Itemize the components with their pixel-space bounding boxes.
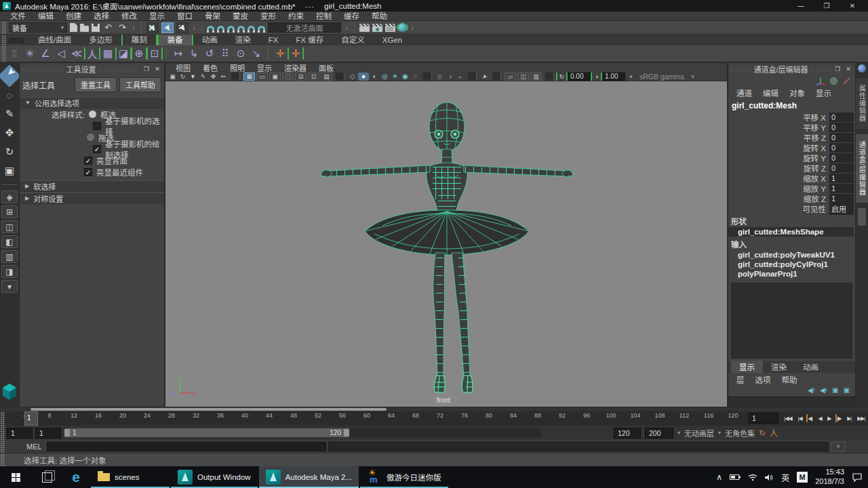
- auto-keyframe-icon[interactable]: ↻: [759, 428, 766, 438]
- four-pane-layout-button[interactable]: ⊞: [1, 205, 18, 218]
- menu-item[interactable]: 修改: [115, 12, 143, 21]
- menu-item[interactable]: 文件: [4, 12, 32, 21]
- attribute-label[interactable]: 平移 Z: [728, 132, 829, 143]
- layer-move-down-icon[interactable]: ◀¹: [820, 386, 827, 394]
- attribute-value-field[interactable]: 1: [829, 184, 854, 193]
- connection-editor-icon[interactable]: ✛: [289, 47, 302, 60]
- viewport-menu-item[interactable]: 视图: [170, 62, 197, 73]
- go-to-start-button[interactable]: |◀◀: [784, 415, 791, 422]
- shelf-separator[interactable]: [166, 47, 167, 60]
- copy-skin-weights-icon[interactable]: ◪: [117, 47, 130, 60]
- speaker-icon[interactable]: [765, 474, 774, 481]
- scale-constraint-icon[interactable]: ⠿: [218, 47, 232, 60]
- collapse-chevron-icon[interactable]: ›: [131, 22, 136, 33]
- layer-editor-menu-item[interactable]: 帮助: [776, 374, 803, 385]
- colorspace-label[interactable]: sRGB gamma: [637, 73, 687, 81]
- layer-editor-menu-item[interactable]: 层: [731, 374, 750, 385]
- open-scene-button[interactable]: [80, 26, 89, 32]
- attribute-label[interactable]: 旋转 Z: [728, 163, 829, 174]
- colorspace-arrow-icon[interactable]: ▾: [688, 73, 697, 81]
- snapshot-icon[interactable]: ▱: [505, 73, 516, 81]
- new-scene-button[interactable]: [70, 23, 77, 32]
- attribute-value-field[interactable]: 1: [829, 194, 854, 203]
- drag-handle[interactable]: [1, 45, 6, 62]
- contrast-icon[interactable]: ◑: [592, 73, 601, 81]
- make-live-button[interactable]: [258, 26, 265, 33]
- collapse-chevron-icon[interactable]: ›: [410, 22, 415, 33]
- task-view-button[interactable]: [31, 466, 62, 488]
- chevron-down-icon[interactable]: ▾: [718, 430, 721, 436]
- command-language-label[interactable]: MEL: [26, 443, 47, 451]
- clock[interactable]: 15:43 2018/7/3: [815, 468, 844, 487]
- pane-toggle-icon[interactable]: ◫: [517, 73, 529, 81]
- undo-button[interactable]: ↶: [102, 22, 114, 33]
- ipr-render-button[interactable]: [372, 24, 382, 32]
- shelf-tab[interactable]: 装备: [157, 35, 193, 45]
- menu-item[interactable]: 显示: [143, 12, 171, 21]
- highlight-backfaces-checkbox[interactable]: ✓: [84, 157, 92, 165]
- menu-item[interactable]: 创建: [60, 12, 87, 21]
- snap-to-projected-center-button[interactable]: [237, 26, 245, 33]
- scrollbar-thumb[interactable]: [31, 408, 387, 411]
- gamma-dot-icon[interactable]: ●: [627, 73, 635, 81]
- gate-mask-icon[interactable]: ▢: [282, 73, 294, 81]
- select-object-button[interactable]: [161, 22, 174, 33]
- outliner-persp-layout-button[interactable]: ◧: [1, 235, 18, 248]
- exposure-icon[interactable]: ↻: [557, 73, 566, 81]
- ik-spline-handle-icon[interactable]: ◁: [54, 47, 68, 60]
- textured-mode-icon[interactable]: ◐: [370, 73, 379, 81]
- point-constraint-icon[interactable]: ↳: [187, 47, 201, 60]
- shelf-tab[interactable]: 曲线/曲面: [29, 35, 80, 45]
- viewport-separator[interactable]: [545, 73, 554, 80]
- viewport-menu-item[interactable]: 面板: [313, 62, 340, 73]
- range-end-handle[interactable]: [344, 429, 349, 436]
- menu-item[interactable]: 约束: [282, 12, 310, 21]
- lasso-tool-button[interactable]: ◌: [1, 87, 18, 103]
- menu-item[interactable]: 窗口: [171, 12, 199, 21]
- menu-item[interactable]: 编辑: [32, 12, 60, 21]
- screen-ao-icon[interactable]: ◉: [401, 73, 410, 81]
- chevron-down-icon[interactable]: ▾: [677, 430, 680, 436]
- attribute-value-field[interactable]: 1: [829, 174, 854, 183]
- play-forwards-button[interactable]: ▶: [827, 415, 831, 422]
- shelf-tab[interactable]: XGen: [374, 35, 411, 45]
- joint-tool-icon[interactable]: ✳: [23, 47, 37, 60]
- close-panel-icon[interactable]: ✕: [153, 66, 161, 73]
- animation-start-field[interactable]: 1: [7, 428, 33, 439]
- parent-constraint-icon[interactable]: ↦: [172, 47, 185, 60]
- layer-editor-menu-item[interactable]: 选项: [750, 374, 776, 385]
- attribute-value-field[interactable]: 0: [829, 153, 854, 163]
- single-pane-layout-button[interactable]: ◈: [1, 190, 18, 203]
- action-center-icon[interactable]: [852, 472, 863, 482]
- playhead[interactable]: 1: [24, 411, 38, 426]
- taskbar-app-button[interactable]: Output Window: [171, 466, 258, 488]
- start-button[interactable]: [0, 466, 31, 488]
- command-input-field[interactable]: [47, 442, 326, 451]
- step-forward-frame-button[interactable]: |▶: [837, 415, 841, 422]
- safe-action-icon[interactable]: ⊡: [308, 73, 319, 81]
- viewport-menu-item[interactable]: 显示: [251, 62, 278, 73]
- viewport-menu-item[interactable]: 着色: [197, 62, 224, 73]
- shelf-tab[interactable]: 动画: [193, 35, 226, 45]
- slider-mode-icon[interactable]: [842, 77, 851, 85]
- shelf-tab[interactable]: 自定义: [332, 35, 374, 45]
- ik-handle-tool-icon[interactable]: ∠: [39, 47, 52, 60]
- smooth-bind-icon[interactable]: ⊡: [148, 47, 161, 60]
- shelf-separator[interactable]: [268, 47, 269, 60]
- mirror-skin-weights-icon[interactable]: ⊕: [132, 47, 146, 60]
- time-slider[interactable]: 4812162024283236404448525660646872768084…: [0, 411, 868, 426]
- input-node-row[interactable]: girl_cutted:polyTweakUV1: [728, 250, 855, 260]
- float-panel-icon[interactable]: ❐: [833, 66, 842, 73]
- two-pane-side-layout-button[interactable]: ◫: [1, 220, 18, 233]
- viewport-separator[interactable]: [468, 73, 477, 80]
- wireframe-mode-icon[interactable]: ◇: [348, 73, 357, 81]
- sidebar-vertical-tab[interactable]: 通道盒/层编辑器: [856, 134, 868, 203]
- channel-box-menu-item[interactable]: 通道: [731, 87, 757, 98]
- channel-box-menu-item[interactable]: 对象: [784, 87, 810, 98]
- attribute-label[interactable]: 平移 X: [728, 112, 829, 123]
- step-forward-key-button[interactable]: ▶|: [847, 415, 851, 422]
- viewport-menu-item[interactable]: 渲染器: [278, 62, 313, 73]
- film-gate-icon[interactable]: ▭: [256, 73, 268, 81]
- toolbar-separator[interactable]: [354, 22, 355, 33]
- snap-to-point-button[interactable]: [227, 26, 235, 33]
